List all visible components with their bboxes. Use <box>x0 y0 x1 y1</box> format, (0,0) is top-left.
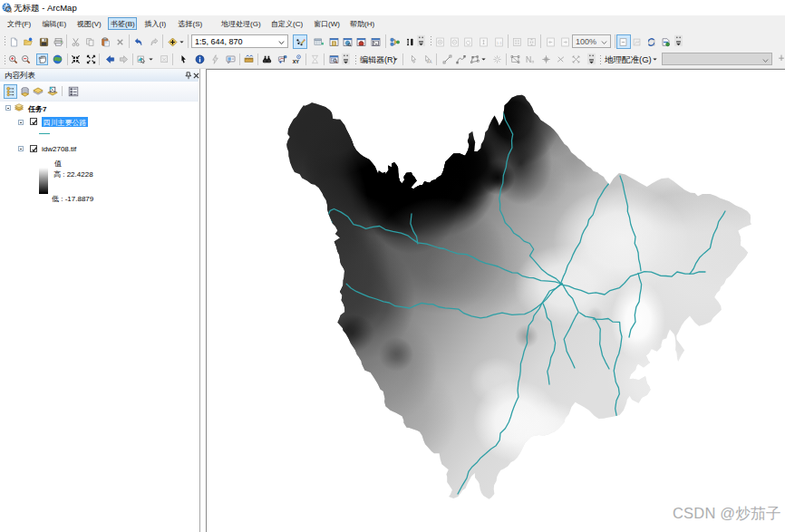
svg-text:A: A <box>429 59 432 63</box>
svg-text:1:1: 1:1 <box>496 40 501 44</box>
svg-text:XY: XY <box>292 58 299 63</box>
